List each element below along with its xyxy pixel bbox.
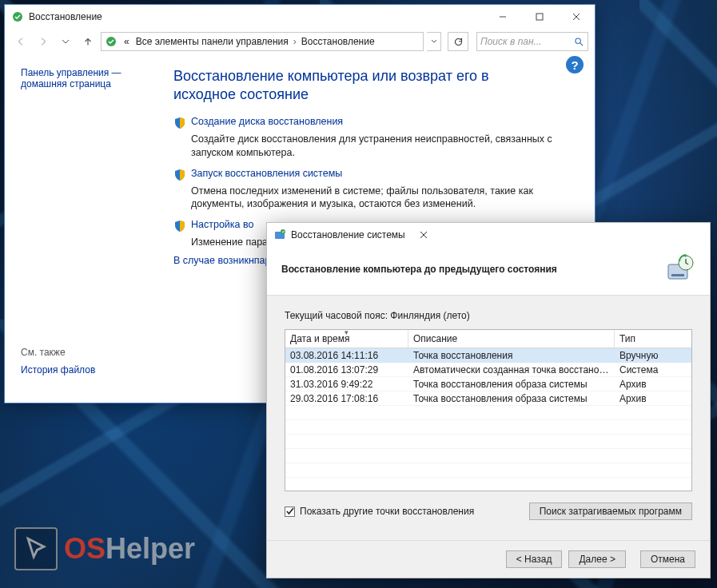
watermark-helper: Helper [106, 532, 195, 565]
svg-point-6 [576, 38, 580, 43]
help-icon[interactable]: ? [566, 56, 584, 74]
dialog-body: Текущий часовой пояс: Финляндия (лето) ▾… [267, 296, 710, 525]
sidebar: Панель управления — домашняя страница См… [5, 54, 169, 403]
table-row[interactable]: 29.03.2016 17:08:16 Точка восстановления… [285, 391, 691, 406]
cursor-icon [14, 527, 58, 570]
restore-clock-icon [663, 253, 695, 285]
col-datetime[interactable]: ▾Дата и время [285, 330, 408, 348]
table-row[interactable]: 01.08.2016 13:07:29 Автоматически создан… [285, 363, 691, 377]
shield-icon [173, 220, 186, 232]
show-other-points-label: Показать другие точки восстановления [300, 506, 474, 517]
create-recovery-drive-desc: Создайте диск восстановления для устране… [191, 133, 567, 160]
back-button[interactable]: < Назад [506, 550, 563, 568]
address-bar: « Все элементы панели управления › Восст… [5, 29, 595, 54]
dialog-titlebar: Восстановление системы [267, 223, 710, 247]
shield-icon [173, 117, 186, 129]
minimize-button[interactable] [484, 5, 521, 29]
dialog-title: Восстановление системы [291, 229, 405, 240]
recent-locations-button[interactable] [56, 32, 75, 51]
chevron-right-icon: › [292, 36, 298, 47]
open-system-restore-link[interactable]: Запуск восстановления системы [191, 168, 342, 179]
recovery-icon [105, 35, 118, 48]
file-history-link[interactable]: История файлов [21, 364, 95, 375]
show-other-points-checkbox[interactable]: Показать другие точки восстановления [285, 506, 474, 517]
oshelper-watermark: OSHelper [14, 527, 195, 570]
svg-point-9 [281, 229, 285, 234]
table-body: 03.08.2016 14:11:16 Точка восстановления… [285, 348, 691, 491]
next-button[interactable]: Далее > [568, 550, 626, 568]
refresh-button[interactable] [448, 32, 468, 51]
sort-desc-icon: ▾ [345, 328, 349, 336]
window-title: Восстановление [29, 11, 102, 22]
breadcrumb-level1[interactable]: Все элементы панели управления [133, 36, 292, 47]
table-row[interactable]: 31.03.2016 9:49:22 Точка восстановления … [285, 377, 691, 391]
breadcrumb-bar[interactable]: « Все элементы панели управления › Восст… [101, 32, 424, 51]
dialog-close-button[interactable] [405, 223, 442, 247]
configure-restore-link[interactable]: Настройка во [191, 219, 253, 230]
col-type[interactable]: Тип [615, 330, 691, 348]
search-icon [574, 36, 584, 47]
watermark-os: OS [64, 532, 106, 565]
svg-rect-2 [536, 14, 543, 20]
system-restore-icon [273, 228, 286, 241]
see-also: См. также История файлов [21, 347, 95, 375]
address-dropdown[interactable] [427, 32, 441, 51]
search-input[interactable] [480, 36, 574, 47]
shield-icon [173, 169, 186, 181]
dialog-heading: Восстановление компьютера до предыдущего… [281, 264, 557, 275]
col-description[interactable]: Описание [408, 330, 615, 348]
nav-up-button[interactable] [78, 32, 98, 51]
create-recovery-drive-link[interactable]: Создание диска восстановления [191, 116, 343, 127]
timezone-label: Текущий часовой пояс: Финляндия (лето) [285, 310, 692, 321]
see-also-header: См. также [21, 347, 95, 358]
recovery-icon [11, 10, 24, 23]
search-box[interactable] [476, 32, 588, 51]
control-panel-home-link[interactable]: Панель управления — домашняя страница [21, 67, 161, 89]
svg-rect-13 [671, 274, 684, 276]
svg-line-7 [580, 43, 583, 46]
breadcrumb-level2[interactable]: Восстановление [298, 36, 378, 47]
titlebar: Восстановление [5, 5, 595, 29]
table-header: ▾Дата и время Описание Тип [285, 330, 691, 348]
scan-affected-programs-button[interactable]: Поиск затрагиваемых программ [529, 503, 692, 520]
open-system-restore-desc: Отмена последних изменений в системе; фа… [191, 185, 567, 212]
close-button[interactable] [558, 5, 595, 29]
restore-points-table: ▾Дата и время Описание Тип 03.08.2016 14… [285, 329, 692, 491]
system-restore-dialog: Восстановление системы Восстановление ко… [266, 222, 711, 578]
maximize-button[interactable] [521, 5, 558, 29]
dialog-header: Восстановление компьютера до предыдущего… [267, 247, 710, 296]
breadcrumb-prefix: « [121, 36, 133, 47]
dialog-footer: < Назад Далее > Отмена [267, 540, 710, 578]
nav-back-button[interactable] [11, 32, 30, 51]
nav-forward-button[interactable] [34, 32, 53, 51]
table-row[interactable]: 03.08.2016 14:11:16 Точка восстановления… [285, 348, 691, 363]
cancel-button[interactable]: Отмена [640, 550, 695, 568]
page-title: Восстановление компьютера или возврат ег… [173, 67, 549, 105]
checkbox-checked-icon [285, 507, 295, 517]
